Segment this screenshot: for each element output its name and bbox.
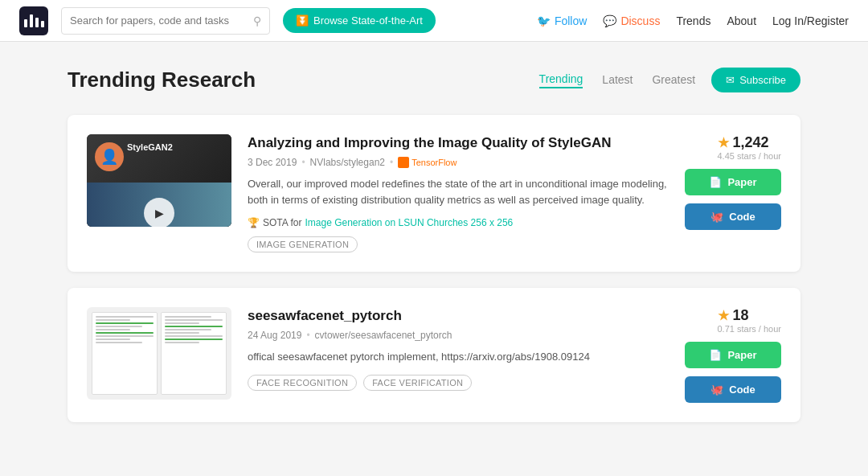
document-icon: 📄 bbox=[709, 349, 722, 361]
card-actions: ★ 1,242 4.45 stars / hour 📄 Paper 🐙 Code bbox=[685, 134, 781, 252]
paper-card: seesawfacenet_pytorch 24 Aug 2019 • cvto… bbox=[68, 288, 800, 422]
video-label: StyleGAN2 bbox=[127, 142, 173, 152]
main-content: Trending Research Trending Latest Greate… bbox=[48, 42, 820, 464]
follow-link[interactable]: 🐦 Follow bbox=[537, 14, 587, 27]
paper-button[interactable]: 📄 Paper bbox=[685, 342, 781, 368]
search-input[interactable] bbox=[70, 14, 250, 27]
star-icon: ★ bbox=[718, 308, 729, 323]
email-icon: ✉ bbox=[726, 74, 735, 86]
paper-meta: 3 Dec 2019 • NVlabs/stylegan2 • TensorFl… bbox=[248, 157, 669, 168]
card-content: seesawfacenet_pytorch 24 Aug 2019 • cvto… bbox=[248, 307, 669, 403]
tab-latest[interactable]: Latest bbox=[602, 73, 633, 88]
paper-title[interactable]: Analyzing and Improving the Image Qualit… bbox=[248, 134, 669, 152]
code-button[interactable]: 🐙 Code bbox=[685, 203, 781, 230]
code-button[interactable]: 🐙 Code bbox=[685, 376, 781, 403]
discuss-icon: 💬 bbox=[603, 14, 616, 27]
chart-icon: ⏬ bbox=[296, 14, 309, 27]
card-actions: ★ 18 0.71 stars / hour 📄 Paper 🐙 Code bbox=[685, 307, 781, 403]
stars-count: ★ 18 bbox=[718, 307, 782, 324]
site-logo[interactable] bbox=[19, 6, 48, 35]
tags-row: IMAGE GENERATION bbox=[248, 236, 669, 252]
paper-author[interactable]: cvtower/seesawfacenet_pytorch bbox=[315, 330, 452, 341]
about-link[interactable]: About bbox=[727, 14, 756, 27]
card-content: Analyzing and Improving the Image Qualit… bbox=[248, 134, 669, 252]
star-icon: ★ bbox=[718, 135, 729, 150]
tab-greatest[interactable]: Greatest bbox=[652, 73, 695, 88]
paper-title[interactable]: seesawfacenet_pytorch bbox=[248, 307, 669, 325]
stars-rate: 4.45 stars / hour bbox=[718, 151, 782, 161]
github-icon: 🐙 bbox=[710, 211, 723, 223]
search-wrapper: ⚲ bbox=[61, 7, 270, 35]
subscribe-button[interactable]: ✉ Subscribe bbox=[711, 68, 800, 92]
avatar: 👤 bbox=[95, 142, 124, 171]
tab-trending[interactable]: Trending bbox=[539, 72, 583, 88]
tensorflow-icon bbox=[398, 157, 409, 168]
login-register-link[interactable]: Log In/Register bbox=[772, 14, 849, 27]
framework-badge: TensorFlow bbox=[398, 157, 457, 168]
stars-count: ★ 1,242 bbox=[718, 134, 782, 151]
paper-card: 👤 StyleGAN2 ▶ Analyzing and Improving th… bbox=[68, 115, 800, 272]
stars-rate: 0.71 stars / hour bbox=[718, 324, 782, 334]
search-icon: ⚲ bbox=[253, 14, 261, 27]
main-nav: 🐦 Follow 💬 Discuss Trends About Log In/R… bbox=[537, 14, 849, 27]
trending-header: Trending Research Trending Latest Greate… bbox=[68, 68, 800, 92]
tag[interactable]: IMAGE GENERATION bbox=[248, 236, 358, 252]
header: ⚲ ⏬ Browse State-of-the-Art 🐦 Follow 💬 D… bbox=[0, 0, 868, 42]
paper-date: 24 Aug 2019 bbox=[248, 330, 301, 341]
github-icon: 🐙 bbox=[710, 384, 723, 396]
paper-thumbnail: 👤 StyleGAN2 ▶ bbox=[87, 134, 231, 227]
trends-link[interactable]: Trends bbox=[676, 14, 710, 27]
paper-author[interactable]: NVlabs/stylegan2 bbox=[310, 157, 385, 168]
paper-description: Overall, our improved model redefines th… bbox=[248, 176, 669, 207]
page-title: Trending Research bbox=[68, 68, 539, 92]
paper-thumbnail bbox=[87, 307, 231, 400]
tag[interactable]: FACE RECOGNITION bbox=[248, 375, 357, 391]
document-icon: 📄 bbox=[709, 176, 722, 188]
sota-link[interactable]: Image Generation on LSUN Churches 256 x … bbox=[305, 217, 513, 228]
paper-meta: 24 Aug 2019 • cvtower/seesawfacenet_pyto… bbox=[248, 330, 669, 341]
paper-button[interactable]: 📄 Paper bbox=[685, 169, 781, 195]
sota-row: 🏆 SOTA for Image Generation on LSUN Chur… bbox=[248, 217, 669, 228]
paper-date: 3 Dec 2019 bbox=[248, 157, 297, 168]
browse-state-of-the-art-button[interactable]: ⏬ Browse State-of-the-Art bbox=[283, 8, 436, 33]
filter-tabs: Trending Latest Greatest bbox=[539, 72, 696, 88]
discuss-link[interactable]: 💬 Discuss bbox=[603, 14, 660, 27]
tags-row: FACE RECOGNITION FACE VERIFICATION bbox=[248, 375, 669, 391]
twitter-icon: 🐦 bbox=[537, 14, 551, 27]
play-button[interactable]: ▶ bbox=[144, 198, 174, 228]
tag[interactable]: FACE VERIFICATION bbox=[363, 375, 472, 391]
paper-description: offical seesawfacenet pytorch implement,… bbox=[248, 349, 669, 365]
